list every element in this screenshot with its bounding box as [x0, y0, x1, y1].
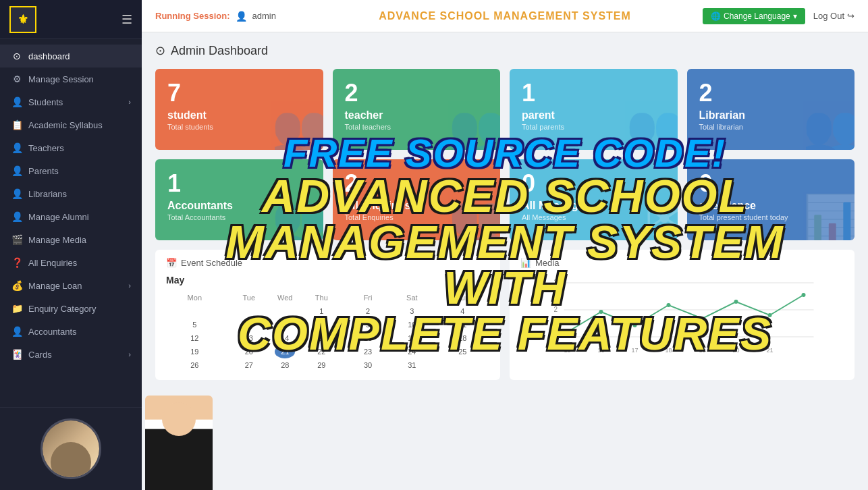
calendar-cell[interactable]: 8 — [295, 318, 348, 331]
calendar-cell[interactable]: 14 — [275, 331, 295, 345]
calendar-cell[interactable]: 12 — [166, 331, 223, 345]
stat-card-teacher[interactable]: 2 teacher Total teachers 👥 — [333, 69, 501, 150]
calendar-cell[interactable]: 26 — [166, 358, 223, 372]
sidebar-item-teachers[interactable]: 👤 Teachers — [0, 136, 142, 159]
change-language-button[interactable]: 🌐 Change Language ▾ — [703, 8, 805, 24]
user-icon: 👤 — [236, 11, 247, 22]
calendar-cell[interactable]: 5 — [166, 318, 223, 331]
calendar-cell[interactable]: 22 — [295, 345, 348, 358]
calendar-cell[interactable]: 1 — [295, 304, 348, 318]
stat-card-all-messages[interactable]: 0 All Messages All Messages ✉ — [510, 159, 678, 240]
calendar-cell[interactable]: 2 — [348, 304, 388, 318]
stat-card-attendance[interactable]: 0 attendance Total present student today… — [687, 159, 855, 240]
svg-point-14 — [599, 310, 603, 314]
sidebar-item-enquiry-category[interactable]: 📁 Enquiry Category — [0, 297, 142, 320]
calendar-cell[interactable]: 24 — [388, 345, 436, 358]
stat-icon-bg: 👥 — [448, 192, 500, 240]
calendar-cell[interactable]: 4 — [436, 304, 489, 318]
top-bar: Running Session: 👤 admin ADVANCE SCHOOL … — [142, 0, 868, 32]
calendar-cell[interactable]: 16 — [348, 331, 388, 345]
nav-label: Manage Session — [28, 74, 94, 84]
sidebar-item-cards[interactable]: 🃏 Cards › — [0, 343, 142, 366]
calendar-cell[interactable]: 15 — [295, 331, 348, 345]
nav-item-left: 👤 Students — [11, 97, 63, 107]
stat-card-all-enquiries[interactable]: 2 All Enquiries Total Enquiries 👥 — [333, 159, 501, 240]
nav-item-left: 👤 Teachers — [11, 142, 64, 153]
svg-point-15 — [633, 323, 637, 327]
calendar-cell[interactable]: 10 — [388, 318, 436, 331]
avatar — [40, 418, 101, 479]
stat-card-student[interactable]: 7 student Total students 👥 — [155, 69, 323, 150]
sidebar-item-manage-media[interactable]: 🎬 Manage Media — [0, 228, 142, 251]
calendar-cell[interactable]: 13 — [223, 331, 275, 345]
sidebar-item-manage-loan[interactable]: 💰 Manage Loan › — [0, 274, 142, 297]
calendar-cell[interactable]: 20 — [223, 345, 275, 358]
nav-icon: 📋 — [11, 119, 23, 130]
svg-point-13 — [566, 330, 570, 334]
globe-icon: 🌐 — [711, 11, 721, 21]
calendar-cell[interactable]: 3 — [388, 304, 436, 318]
calendar-day-header: Wed — [275, 291, 295, 304]
svg-text:16: 16 — [598, 347, 605, 354]
svg-point-20 — [802, 293, 806, 297]
calendar-day-header: Sun — [436, 291, 489, 304]
nav-icon: 👤 — [11, 97, 23, 107]
calendar-cell[interactable]: 21 — [275, 345, 295, 358]
calendar-cell[interactable]: 6 — [223, 318, 275, 331]
stat-card-parent[interactable]: 1 parent Total parents 👥 — [510, 69, 678, 150]
logout-button[interactable]: Log Out ↪ — [813, 11, 855, 21]
calendar-cell[interactable]: 29 — [295, 358, 348, 372]
calendar-cell[interactable]: 31 — [388, 358, 436, 372]
sidebar-item-accountants[interactable]: 👤 Accountants — [0, 320, 142, 343]
top-bar-right: 🌐 Change Language ▾ Log Out ↪ — [703, 8, 855, 24]
sidebar-item-parents[interactable]: 👤 Parents — [0, 159, 142, 182]
nav-icon: 🎬 — [11, 234, 23, 245]
session-info: Running Session: 👤 admin — [155, 11, 276, 22]
nav-icon: 👤 — [11, 211, 23, 222]
nav-icon: 👤 — [11, 165, 23, 176]
sidebar-item-librarians[interactable]: 👤 Librarians — [0, 182, 142, 205]
nav-icon: 🃏 — [11, 349, 23, 360]
stat-card-accountants[interactable]: 1 Accountants Total Accountants 👥 — [155, 159, 323, 240]
sidebar-item-academic-syllabus[interactable]: 📋 Academic Syllabus — [0, 113, 142, 136]
dashboard-heading: ⊙ Admin Dashboard — [155, 43, 855, 58]
calendar-cell[interactable]: 28 — [275, 358, 295, 372]
calendar-cell[interactable]: 27 — [223, 358, 275, 372]
nav-label: Students — [28, 97, 63, 107]
nav-item-left: ❓ All Enquiries — [11, 257, 77, 268]
calendar-cell[interactable]: 18 — [436, 331, 489, 345]
sidebar-item-manage-session[interactable]: ⚙ Manage Session — [0, 67, 142, 90]
nav-label: Manage Loan — [28, 281, 82, 291]
chart-card: 📊 Media 3 2 1 15 16 — [510, 250, 855, 380]
calendar-cell[interactable]: 30 — [348, 358, 388, 372]
hamburger-button[interactable]: ☰ — [121, 12, 132, 27]
svg-text:2: 2 — [554, 306, 558, 313]
calendar-cell[interactable]: 23 — [348, 345, 388, 358]
nav-label: dashboard — [28, 51, 70, 61]
stat-icon-bg: 👥 — [271, 101, 323, 150]
svg-point-18 — [734, 300, 738, 304]
nav-label: Academic Syllabus — [28, 120, 103, 130]
calendar-cell[interactable]: 17 — [388, 331, 436, 345]
chevron-down-icon: ▾ — [793, 11, 797, 21]
nav-item-left: 👤 Manage Alumni — [11, 211, 89, 222]
dashboard-icon: ⊙ — [155, 43, 165, 58]
sidebar-item-all-enquiries[interactable]: ❓ All Enquiries — [0, 251, 142, 274]
sidebar-item-students[interactable]: 👤 Students › — [0, 90, 142, 113]
calendar-cell[interactable]: 9 — [348, 318, 388, 331]
nav-item-left: 👤 Accountants — [11, 326, 77, 337]
stat-icon-bg: ✉ — [645, 192, 678, 240]
nav-label: Enquiry Category — [28, 304, 96, 314]
calendar-cell[interactable]: 11 — [436, 318, 489, 331]
sidebar-item-dashboard[interactable]: ⊙ dashboard — [0, 45, 142, 67]
calendar-cell[interactable]: 19 — [166, 345, 223, 358]
calendar-cell[interactable]: 7 — [275, 318, 295, 331]
nav-icon: 📁 — [11, 303, 23, 314]
nav-item-left: 📋 Academic Syllabus — [11, 119, 103, 130]
nav-label: Teachers — [28, 143, 64, 153]
sidebar-header: ⚜ ☰ — [0, 0, 142, 39]
sidebar-item-manage-alumni[interactable]: 👤 Manage Alumni — [0, 205, 142, 228]
stat-card-librarian[interactable]: 2 Librarian Total librarian 👥 — [687, 69, 855, 150]
stat-icon-bg: 👥 — [626, 101, 678, 150]
calendar-cell[interactable]: 25 — [436, 345, 489, 358]
